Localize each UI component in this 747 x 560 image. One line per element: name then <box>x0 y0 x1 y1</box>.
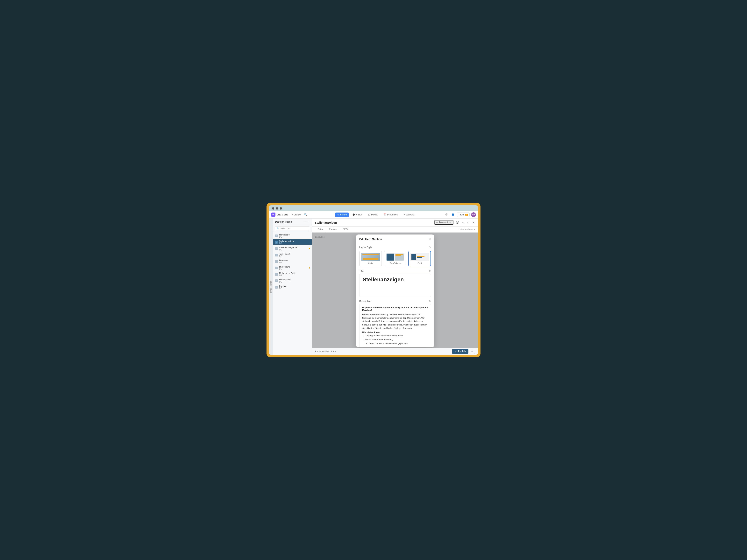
expand-icon[interactable]: □ <box>467 220 470 224</box>
layout-option-media-label: Media <box>361 262 380 264</box>
revision-chevron[interactable]: ▼ <box>473 228 475 231</box>
page-icon: ⌂ <box>275 254 278 257</box>
tab-vision[interactable]: ⚫ Vision <box>350 213 365 217</box>
page-lang: DE <box>279 268 307 270</box>
page-name: Datenschutz <box>279 278 310 281</box>
publish-button[interactable]: ▲ Publish <box>452 349 468 354</box>
page-lang: DE <box>279 281 310 283</box>
main-area: Inhaltsseiten Deutsch Pages + ··· 🔍 <box>269 218 478 355</box>
pages-header-actions: + ··· <box>305 220 310 223</box>
close-icon[interactable]: ✕ <box>471 220 475 224</box>
page-name: Über uns <box>279 259 310 262</box>
layout-preview-two-column <box>386 253 405 261</box>
page-icon: ⌂ <box>275 279 278 282</box>
page-icon: ⌂ <box>275 273 278 276</box>
layout-style-section: Layout Style ↻ <box>359 246 431 266</box>
content-tabs: Editor Preview SEO Latest revision ▼ <box>312 226 478 233</box>
layout-preview-media <box>361 253 380 261</box>
search-bar: 🔍 <box>273 225 312 232</box>
layout-refresh-icon[interactable]: ↻ <box>429 246 431 249</box>
tab-website[interactable]: ● Website <box>401 213 417 217</box>
title-value: Stellenanzeigen <box>363 276 428 283</box>
desc-list: Zugang zu nicht veröffentlichten Stellen… <box>362 334 428 345</box>
title-refresh-icon[interactable]: ↻ <box>429 269 431 272</box>
desc-list-item: Zugang zu nicht veröffentlichten Stellen <box>365 334 428 338</box>
desc-para: Bereit für eine Veränderung? Unsere Pers… <box>362 313 428 330</box>
list-item[interactable]: ⌂ Kontakt DE <box>273 284 312 290</box>
page-icon: ⌂ <box>275 267 278 269</box>
title-editor[interactable]: Stellenanzeigen <box>359 273 431 297</box>
modal-header: Edit Hero Section ✕ <box>356 235 434 243</box>
tab-seo[interactable]: SEO <box>340 226 350 232</box>
layout-preview-card <box>410 253 429 261</box>
sidebar-label-strip: Inhaltsseiten <box>269 218 273 355</box>
avatar: DS <box>471 212 476 217</box>
list-item[interactable]: ⌂ Datenschutz DE <box>273 277 312 284</box>
create-button[interactable]: + Create <box>290 213 302 217</box>
title-section: Title ↻ Stellenanzeigen <box>359 269 431 297</box>
page-icon: ⌂ <box>275 286 278 289</box>
content-area: Stellenanzeigen ⧉ Translations 💬 ··· □ ✕ <box>312 218 478 355</box>
sidebar-label: Inhaltsseiten <box>270 281 272 293</box>
bottom-right: ▲ Publish ··· <box>452 349 475 354</box>
add-page-button[interactable]: + <box>305 220 306 223</box>
description-editor[interactable]: Ergreifen Sie die Chance: Ihr Weg zu ein… <box>359 304 431 347</box>
page-name: Kontakt <box>279 285 310 287</box>
more-actions-button[interactable]: ··· <box>470 349 475 354</box>
page-lang: DE <box>279 274 310 276</box>
content-header: Stellenanzeigen ⧉ Translations 💬 ··· □ ✕ <box>312 218 478 226</box>
tab-structure[interactable]: Structure <box>335 213 349 217</box>
content-body: Language Edit Hero Section ✕ <box>312 233 478 348</box>
list-item[interactable]: ⌂ Test Page 1 DE <box>273 252 312 258</box>
pages-more-button[interactable]: ··· <box>307 220 310 223</box>
tasks-button[interactable]: Tasks ◫ <box>457 213 470 217</box>
desc-list-item: Schneller und einfacher Bewerbungsprozes… <box>365 342 428 346</box>
tab-schedules[interactable]: 📅 Schedules <box>381 213 400 217</box>
list-item[interactable]: ⌂ Impressum DE <box>273 265 312 271</box>
tab-editor[interactable]: Editor <box>315 226 326 232</box>
page-lang: DE <box>279 242 310 244</box>
page-lang: DE <box>279 262 310 264</box>
page-lang: DE <box>279 287 310 289</box>
more-options-icon[interactable]: ··· <box>461 220 465 224</box>
app-logo-icon: VC <box>271 213 276 217</box>
bottom-bar: Published Mar 15 de ▲ Publish ··· <box>312 348 478 355</box>
bottom-left: Published Mar 15 de <box>315 350 336 352</box>
layout-option-two-column-label: Two-Column <box>386 262 405 264</box>
layout-option-two-column[interactable]: Two-Column <box>384 251 406 266</box>
user-icon[interactable]: 👤 <box>450 212 455 217</box>
browser-window: VC Vita Colls + Create 🔍 Structure ⚫ Vis… <box>269 205 478 355</box>
nav-logo: VC Vita Colls <box>271 213 288 217</box>
help-icon[interactable]: ⓘ <box>444 212 449 217</box>
search-input-wrap: 🔍 <box>275 226 310 231</box>
list-item[interactable]: ⌂ Über uns DE <box>273 258 312 265</box>
list-item[interactable]: ⌂ Stellenanzeigen ALT DE <box>273 245 312 252</box>
outer-frame: VC Vita Colls + Create 🔍 Structure ⚫ Vis… <box>266 203 481 357</box>
desc-subheading: Wir bieten Ihnen: <box>362 331 428 334</box>
modal-close-button[interactable]: ✕ <box>428 237 431 241</box>
layout-option-card[interactable]: Card <box>408 251 431 266</box>
page-icon: ⌂ <box>275 247 278 250</box>
traffic-light-1 <box>272 207 274 210</box>
search-input[interactable] <box>280 227 308 230</box>
pages-panel: Deutsch Pages + ··· 🔍 <box>273 218 312 355</box>
list-item[interactable]: ⌂ Meine neue Seite DE <box>273 271 312 277</box>
app-container: VC Vita Colls + Create 🔍 Structure ⚫ Vis… <box>269 211 478 355</box>
published-label: Published Mar 15 <box>315 350 332 352</box>
layout-option-media[interactable]: Media <box>359 251 382 266</box>
description-section: Description ↻ Ergreifen Sie die Chance: … <box>359 300 431 347</box>
tab-media[interactable]: ◫ Media <box>366 213 380 217</box>
page-name: Stellenanzeigen ALT <box>279 246 307 249</box>
tab-preview[interactable]: Preview <box>326 226 340 232</box>
traffic-light-3 <box>280 207 282 210</box>
pages-list: ⌂ Homepage DE ⌂ Stellenanzeigen DE <box>273 232 312 355</box>
list-item[interactable]: ⌂ Homepage DE <box>273 233 312 239</box>
layout-options: Media <box>359 251 431 266</box>
translations-button[interactable]: ⧉ Translations <box>434 220 454 225</box>
description-refresh-icon[interactable]: ↻ <box>429 300 431 302</box>
browser-titlebar <box>269 205 478 211</box>
top-nav: VC Vita Colls + Create 🔍 Structure ⚫ Vis… <box>269 211 478 218</box>
search-icon[interactable]: 🔍 <box>304 213 307 216</box>
comment-icon[interactable]: 💬 <box>455 220 460 224</box>
list-item[interactable]: ⌂ Stellenanzeigen DE <box>273 239 312 245</box>
